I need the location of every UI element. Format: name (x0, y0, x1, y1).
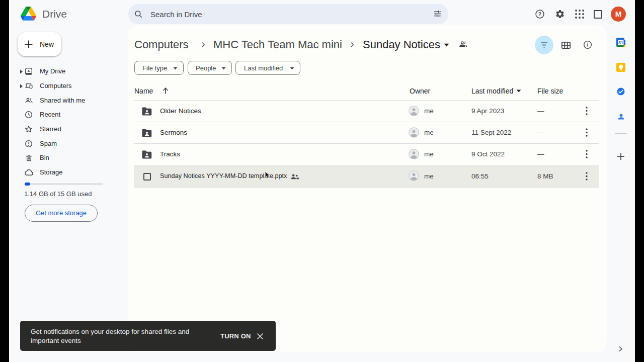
svg-text:?: ? (538, 12, 541, 17)
svg-text:31: 31 (618, 40, 623, 45)
